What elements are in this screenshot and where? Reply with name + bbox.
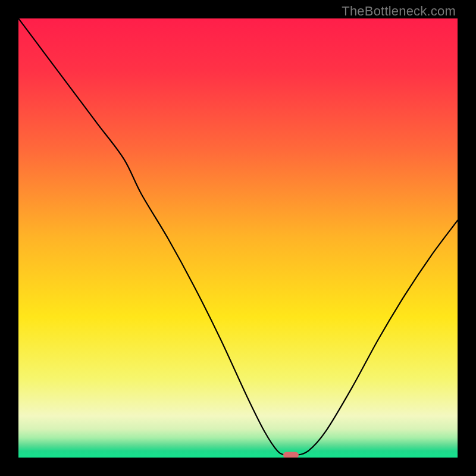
optimal-point-marker (283, 452, 299, 458)
plot-area (18, 18, 458, 458)
bottleneck-curve (18, 18, 458, 458)
watermark-text: TheBottleneck.com (342, 4, 456, 19)
chart-frame: TheBottleneck.com (0, 0, 476, 476)
